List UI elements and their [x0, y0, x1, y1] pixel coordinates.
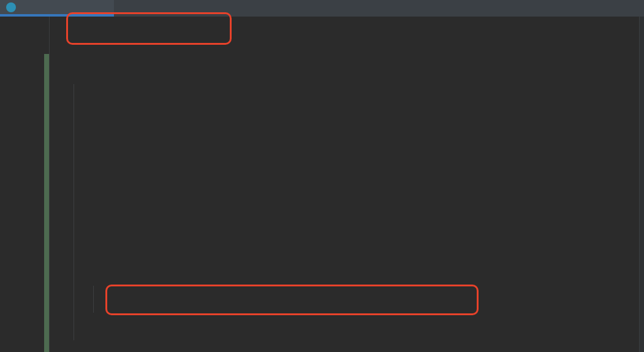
indent-guide	[74, 84, 74, 340]
indent-guide	[93, 286, 94, 313]
annotation-box-send-message	[105, 285, 479, 315]
annotation-box-inject-bean	[66, 12, 232, 45]
java-class-icon	[6, 2, 16, 12]
error-stripe	[639, 17, 644, 352]
vcs-change-bar[interactable]	[44, 54, 49, 352]
gutter-separator	[49, 17, 50, 352]
